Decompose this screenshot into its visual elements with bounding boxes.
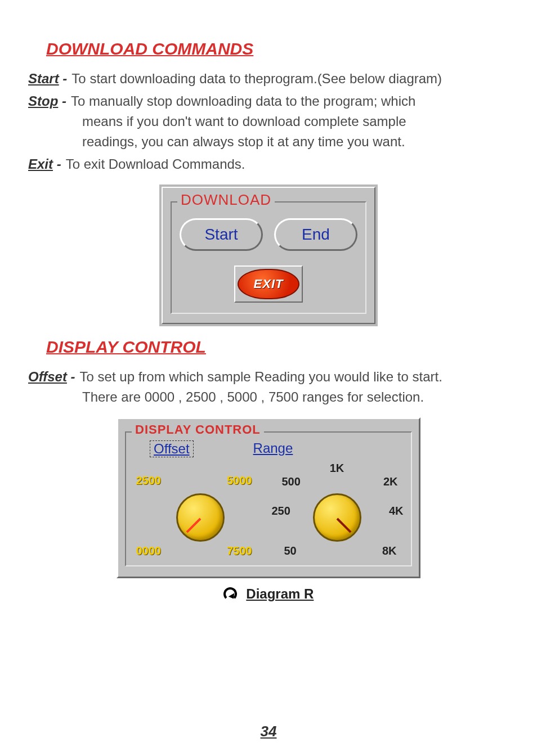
diagram-label-text: Diagram R [246, 586, 314, 601]
text-start: To start downloading data to theprogram.… [67, 69, 442, 89]
offset-knob-area: 2500 5000 0000 7500 [133, 464, 268, 560]
end-button[interactable]: End [274, 218, 357, 251]
term-exit: Exit [28, 156, 53, 172]
range-label-50: 50 [284, 544, 297, 557]
range-label-500: 500 [282, 475, 301, 488]
section-title-display: DISPLAY CONTROL [46, 338, 509, 357]
exit-button[interactable]: EXIT [234, 266, 303, 303]
offset-label-0000: 0000 [136, 544, 162, 557]
range-label-1k: 1K [330, 462, 344, 475]
exit-button-label: EXIT [238, 269, 299, 299]
diagram-label: Diagram R [28, 586, 509, 602]
offset-knob[interactable] [176, 493, 225, 542]
term-stop: Stop [28, 93, 58, 109]
range-label-8k: 8K [382, 544, 397, 557]
download-panel: DOWNLOAD Start End EXIT [159, 184, 378, 326]
def-exit: Exit - To exit Download Commands. [28, 154, 509, 174]
def-start: Start - To start downloading data to the… [28, 69, 509, 89]
text-stop-l2: means if you don't want to download comp… [28, 111, 509, 132]
range-label-2k: 2K [383, 475, 398, 488]
range-knob[interactable] [313, 493, 361, 542]
text-exit: To exit Download Commands. [61, 154, 245, 174]
page-number: 34 [0, 723, 537, 740]
section-title-download: DOWNLOAD COMMANDS [46, 39, 509, 58]
tab-offset[interactable]: Offset [150, 440, 194, 457]
start-button[interactable]: Start [180, 218, 263, 251]
range-knob-area: 1K 500 2K 250 4K 50 8K [270, 464, 405, 560]
def-offset: Offset - To set up from which sample Rea… [28, 367, 509, 407]
text-offset-l1: To set up from which sample Reading you … [75, 367, 442, 387]
text-offset-l2: There are 0000 , 2500 , 5000 , 7500 rang… [28, 387, 509, 407]
text-stop-l1: To manually stop downloading data to the… [66, 91, 415, 111]
offset-label-7500: 7500 [227, 544, 252, 557]
offset-label-5000: 5000 [227, 474, 252, 487]
text-stop-l3: readings, you can always stop it at any … [28, 132, 509, 152]
display-control-legend: DISPLAY CONTROL [132, 422, 264, 437]
def-stop: Stop - To manually stop downloading data… [28, 91, 509, 152]
refresh-arrow-icon [223, 587, 237, 601]
term-start: Start [28, 71, 59, 86]
term-offset: Offset [28, 369, 67, 384]
tab-range[interactable]: Range [250, 440, 297, 457]
range-label-250: 250 [272, 505, 290, 518]
range-label-4k: 4K [389, 505, 404, 518]
offset-label-2500: 2500 [136, 474, 162, 487]
display-control-panel: DISPLAY CONTROL Offset Range 2500 5000 0… [117, 417, 420, 578]
download-legend: DOWNLOAD [177, 191, 275, 209]
